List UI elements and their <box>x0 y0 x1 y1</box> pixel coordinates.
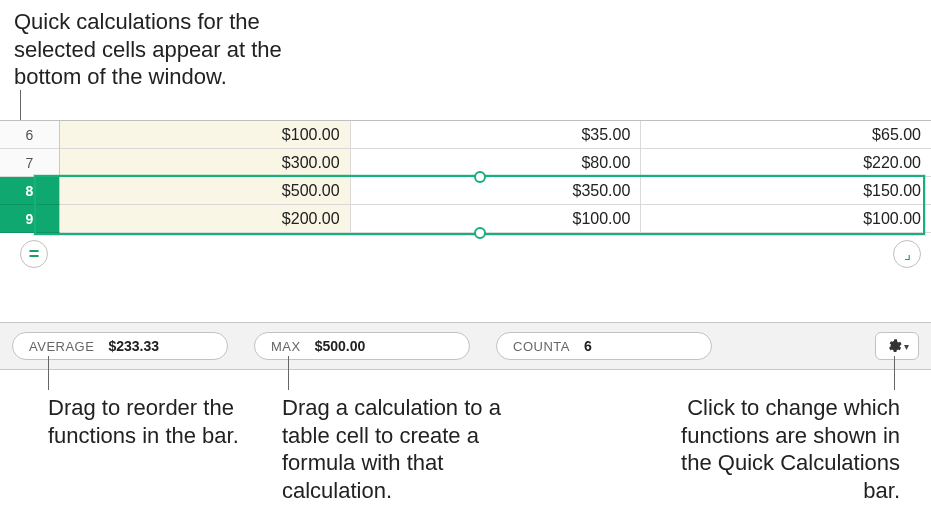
cell[interactable]: $80.00 <box>351 149 642 177</box>
callout-drag-to-cell: Drag a calculation to a table cell to cr… <box>282 394 532 504</box>
calc-pill-average[interactable]: AVERAGE$233.33 <box>12 332 228 360</box>
cell[interactable]: $220.00 <box>641 149 931 177</box>
row-number[interactable]: 8 <box>0 177 60 205</box>
callout-leader-line <box>894 356 895 390</box>
callout-settings: Click to change which functions are show… <box>668 394 900 504</box>
table-row: 6$100.00$35.00$65.00 <box>0 121 931 149</box>
row-cells: $500.00$350.00$150.00 <box>60 177 931 205</box>
calc-pill-function: MAX <box>271 339 301 354</box>
cell[interactable]: $100.00 <box>60 121 351 149</box>
table-row: 7$300.00$80.00$220.00 <box>0 149 931 177</box>
equals-icon: = <box>29 244 40 265</box>
table-corner-icon: ⌟ <box>904 245 911 263</box>
calc-pill-value: 6 <box>584 338 592 354</box>
cell[interactable]: $35.00 <box>351 121 642 149</box>
row-number[interactable]: 9 <box>0 205 60 233</box>
table-corner-button[interactable]: ⌟ <box>893 240 921 268</box>
row-number[interactable]: 7 <box>0 149 60 177</box>
cell[interactable]: $150.00 <box>641 177 931 205</box>
cell[interactable]: $200.00 <box>60 205 351 233</box>
table-row: 8$500.00$350.00$150.00 <box>0 177 931 205</box>
cell[interactable]: $100.00 <box>641 205 931 233</box>
row-cells: $300.00$80.00$220.00 <box>60 149 931 177</box>
callout-quick-calcs: Quick calculations for the selected cell… <box>14 8 334 91</box>
row-number[interactable]: 6 <box>0 121 60 149</box>
quick-calculations-bar: AVERAGE$233.33MAX$500.00COUNTA6 ▾ <box>0 322 931 370</box>
table-row: 9$200.00$100.00$100.00 <box>0 205 931 233</box>
row-cells: $100.00$35.00$65.00 <box>60 121 931 149</box>
calc-bar-settings-button[interactable]: ▾ <box>875 332 919 360</box>
cell[interactable]: $500.00 <box>60 177 351 205</box>
calc-pill-function: COUNTA <box>513 339 570 354</box>
row-cells: $200.00$100.00$100.00 <box>60 205 931 233</box>
calc-pill-function: AVERAGE <box>29 339 94 354</box>
cell[interactable]: $300.00 <box>60 149 351 177</box>
callout-reorder: Drag to reorder the functions in the bar… <box>48 394 248 449</box>
calc-pill-max[interactable]: MAX$500.00 <box>254 332 470 360</box>
calc-pill-value: $500.00 <box>315 338 366 354</box>
cell[interactable]: $100.00 <box>351 205 642 233</box>
callout-leader-line <box>48 356 49 390</box>
calc-pill-value: $233.33 <box>108 338 159 354</box>
cell[interactable]: $65.00 <box>641 121 931 149</box>
gear-icon <box>886 338 902 354</box>
spreadsheet-fragment: 6$100.00$35.00$65.007$300.00$80.00$220.0… <box>0 120 931 233</box>
chevron-down-icon: ▾ <box>904 341 909 352</box>
cell[interactable]: $350.00 <box>351 177 642 205</box>
formula-equals-button[interactable]: = <box>20 240 48 268</box>
calc-pill-counta[interactable]: COUNTA6 <box>496 332 712 360</box>
callout-leader-line <box>288 356 289 390</box>
